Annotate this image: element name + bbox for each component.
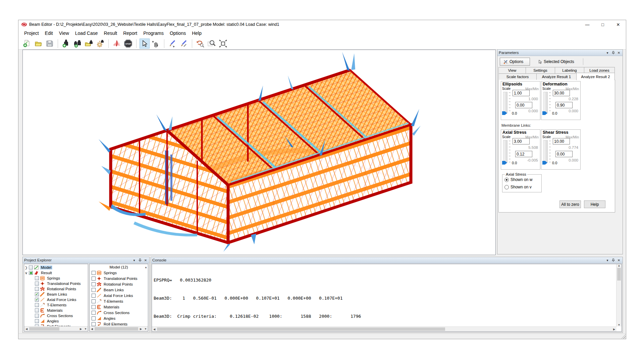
- add-load-case-button[interactable]: [61, 39, 71, 49]
- checkbox[interactable]: [92, 282, 96, 286]
- list-item-beam-links[interactable]: Beam Links: [90, 287, 148, 293]
- menu-load-case[interactable]: Load Case: [72, 29, 101, 38]
- tree-item-beam-links[interactable]: ✓Beam Links: [24, 292, 88, 297]
- tree-item-t-elements[interactable]: T-Elements: [24, 302, 88, 308]
- list-item-rotational-points[interactable]: Rotational Points: [90, 281, 148, 287]
- radio-shown-on-w[interactable]: Shown on w: [504, 177, 532, 182]
- project-explorer-header[interactable]: Project Explorer ▾ ✕: [23, 257, 149, 263]
- tab-selected-objects[interactable]: Selected Objects: [535, 58, 589, 66]
- min-scale-input[interactable]: [555, 151, 573, 157]
- tree-item-axial-force-links[interactable]: ✓Axial Force Links: [24, 297, 88, 302]
- list-item-axial-force-links[interactable]: Axial Force Links: [90, 293, 148, 298]
- max-scale-input[interactable]: [513, 90, 530, 96]
- all-to-zero-button[interactable]: All to zero: [559, 200, 581, 208]
- checkbox[interactable]: [92, 271, 96, 275]
- checkbox[interactable]: [92, 277, 96, 281]
- tree-item-cross-sections[interactable]: Cross Sections: [24, 313, 88, 318]
- checkbox[interactable]: [92, 294, 96, 298]
- new-project-button[interactable]: [22, 39, 32, 49]
- tab-view[interactable]: View: [498, 67, 526, 74]
- list-item-translational-points[interactable]: Translational Points: [90, 276, 148, 281]
- minimize-button[interactable]: —: [580, 20, 595, 29]
- checkbox[interactable]: [35, 303, 39, 307]
- list-item-cross-sections[interactable]: Cross Sections: [90, 310, 148, 315]
- console-header[interactable]: Console ▾ ✕: [151, 257, 623, 263]
- checkbox[interactable]: [92, 311, 96, 315]
- checkbox[interactable]: [29, 265, 33, 269]
- checkbox[interactable]: [35, 314, 39, 318]
- menu-report[interactable]: Report: [120, 29, 140, 38]
- checkbox[interactable]: [92, 316, 96, 320]
- stop-button[interactable]: STOP: [123, 39, 133, 49]
- tree-item-result[interactable]: ∨Result: [24, 270, 88, 276]
- console-horizontal-scrollbar[interactable]: ◀▶: [152, 326, 616, 331]
- tree-item-springs[interactable]: Springs: [24, 276, 88, 281]
- title-bar[interactable]: Beam Editor - D:\2_Projekte\Easy\2020\03…: [18, 20, 626, 29]
- radio-shown-on-v[interactable]: Shown on v: [504, 185, 532, 189]
- checkbox[interactable]: [35, 308, 39, 312]
- dropdown-icon[interactable]: ▾: [605, 258, 610, 262]
- menu-project[interactable]: Project: [21, 29, 42, 38]
- menu-help[interactable]: Help: [189, 29, 205, 38]
- tree-item-rotational-points[interactable]: Rotational Points: [24, 286, 88, 292]
- scroll-up-icon[interactable]: ▲: [145, 266, 147, 269]
- result-mesh-button[interactable]: [112, 39, 122, 49]
- list-item-angles[interactable]: Angles: [90, 315, 148, 321]
- pin-icon[interactable]: [611, 258, 615, 262]
- pin-icon[interactable]: [611, 51, 615, 55]
- scale-slider-track[interactable]: [543, 92, 548, 113]
- scale-slider-track[interactable]: [503, 92, 507, 113]
- max-scale-input[interactable]: [553, 90, 570, 96]
- resize-grip-icon[interactable]: [621, 334, 626, 339]
- help-button[interactable]: Help: [584, 200, 605, 208]
- load-case-settings-button[interactable]: [95, 39, 105, 49]
- list-horizontal-scrollbar[interactable]: ◀▶▼: [90, 326, 148, 331]
- max-scale-input[interactable]: [513, 138, 530, 144]
- console-output[interactable]: EPSPRQ= 0.0031362820 Beam3D: 1 0.560E-01…: [152, 264, 622, 332]
- pin-icon[interactable]: [138, 258, 142, 262]
- pan-tool-button[interactable]: [151, 39, 161, 49]
- select-tool-button[interactable]: [140, 39, 150, 49]
- maximize-button[interactable]: □: [595, 20, 610, 29]
- list-item-springs[interactable]: Springs: [90, 270, 148, 276]
- save-project-button[interactable]: [45, 39, 55, 49]
- close-icon[interactable]: ✕: [143, 258, 148, 262]
- min-scale-input[interactable]: [515, 151, 532, 157]
- orbit-view-button[interactable]: [195, 39, 205, 49]
- checkbox[interactable]: [92, 322, 96, 326]
- menu-edit[interactable]: Edit: [42, 29, 56, 38]
- menu-view[interactable]: View: [56, 29, 72, 38]
- open-project-button[interactable]: [33, 39, 43, 49]
- tab-settings[interactable]: Settings: [526, 67, 555, 74]
- checkbox[interactable]: ✓: [35, 298, 39, 302]
- draw-beam-button[interactable]: [167, 39, 177, 49]
- dropdown-icon[interactable]: ▾: [605, 51, 610, 55]
- list-item-materials[interactable]: Materials: [90, 304, 148, 310]
- open-load-case-button[interactable]: [84, 39, 94, 49]
- checkbox[interactable]: [35, 276, 39, 280]
- tree-item-materials[interactable]: Materials: [24, 308, 88, 313]
- menu-result[interactable]: Result: [101, 29, 120, 38]
- checkbox[interactable]: [35, 319, 39, 323]
- checkbox[interactable]: [92, 299, 96, 303]
- close-icon[interactable]: ✕: [616, 258, 621, 262]
- draw-link-button[interactable]: [179, 39, 189, 49]
- tree-item-model[interactable]: ❯Model: [24, 265, 88, 270]
- fit-view-button[interactable]: [218, 39, 228, 49]
- tab-analyze-result-2[interactable]: Analyze Result 2: [576, 73, 615, 80]
- menu-options[interactable]: Options: [167, 29, 189, 38]
- tree-item-translational-points[interactable]: Translational Points: [24, 281, 88, 286]
- checkbox[interactable]: [92, 288, 96, 292]
- checkbox[interactable]: [35, 282, 39, 286]
- close-icon[interactable]: ✕: [616, 51, 621, 55]
- add-load-cases-button[interactable]: [72, 39, 83, 49]
- checkbox[interactable]: [92, 305, 96, 309]
- scale-slider-track[interactable]: [543, 140, 548, 163]
- tree-item-angles[interactable]: Angles: [24, 318, 88, 324]
- tab-options[interactable]: Options: [500, 58, 530, 66]
- list-item-t-elements[interactable]: T-Elements: [90, 298, 148, 304]
- tab-analyze-result-1[interactable]: Analyze Result 1: [536, 73, 577, 80]
- tab-scale-factors[interactable]: Scale factors: [498, 73, 537, 80]
- menu-programs[interactable]: Programs: [140, 29, 167, 38]
- min-scale-input[interactable]: [515, 102, 532, 108]
